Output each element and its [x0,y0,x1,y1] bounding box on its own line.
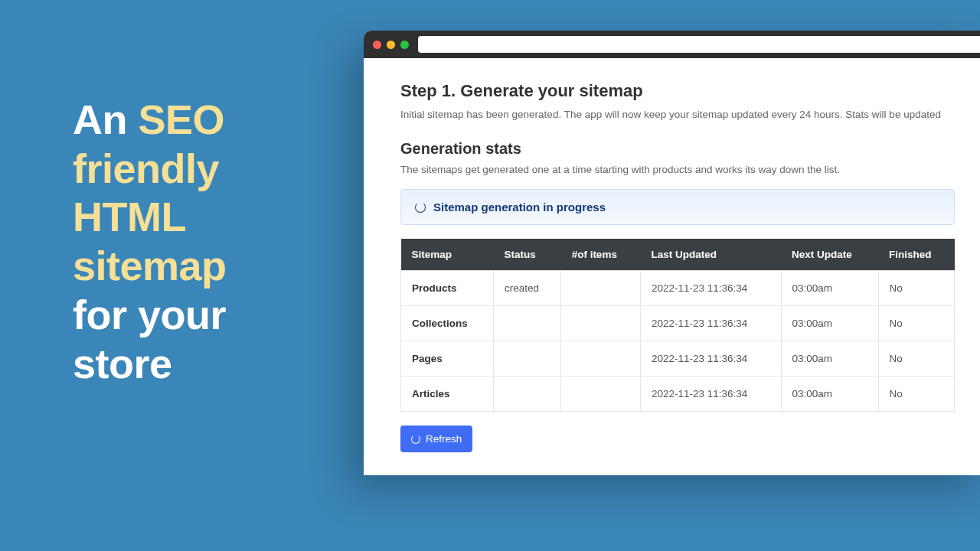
section-description: The sitemaps get generated one at a time… [400,164,955,175]
stats-table: Sitemap Status #of items Last Updated Ne… [400,239,955,412]
cell-name: Products [401,271,494,306]
cell-name: Collections [401,306,494,341]
cell-status [494,306,561,341]
col-status: Status [494,239,561,271]
cell-next-update: 03:00am [781,377,878,412]
cell-last-updated: 2022-11-23 11:36:34 [640,271,781,306]
refresh-button[interactable]: Refresh [400,425,472,452]
window-title-bar [364,31,980,58]
cell-last-updated: 2022-11-23 11:36:34 [640,377,781,412]
cell-items [561,271,641,306]
col-items: #of items [561,239,641,271]
cell-status [494,341,561,377]
hero-word-store: store [73,340,227,389]
cell-finished: No [878,377,954,412]
section-title: Generation stats [400,140,955,158]
window-controls [373,41,409,49]
hero-headline: An SEO friendly HTML sitemap for your st… [73,96,227,388]
refresh-icon [411,435,420,444]
cell-finished: No [878,341,954,377]
col-last-updated: Last Updated [640,239,781,271]
cell-items [561,377,641,412]
cell-last-updated: 2022-11-23 11:36:34 [640,341,781,377]
cell-finished: No [878,271,954,306]
spinner-icon [415,202,426,213]
url-bar[interactable] [418,36,980,53]
col-next-update: Next Update [781,239,878,271]
table-row: Pages 2022-11-23 11:36:34 03:00am No [401,341,955,377]
browser-window: Step 1. Generate your sitemap Initial si… [364,31,980,475]
step-title: Step 1. Generate your sitemap [400,81,955,101]
cell-last-updated: 2022-11-23 11:36:34 [640,306,781,341]
table-row: Products created 2022-11-23 11:36:34 03:… [401,271,955,306]
progress-banner: Sitemap generation in progress [400,189,955,225]
step-description: Initial sitemap has been generated. The … [400,109,955,120]
refresh-label: Refresh [426,433,462,445]
hero-word-friendly: friendly [73,145,227,194]
col-finished: Finished [878,239,954,271]
table-row: Collections 2022-11-23 11:36:34 03:00am … [401,306,955,341]
page-content: Step 1. Generate your sitemap Initial si… [364,58,980,475]
maximize-icon[interactable] [400,41,409,49]
progress-label: Sitemap generation in progress [433,201,606,214]
cell-next-update: 03:00am [781,271,878,306]
cell-name: Articles [401,377,494,412]
cell-status: created [494,271,561,306]
cell-items [561,341,641,377]
hero-word-for-your: for your [73,291,227,340]
table-row: Articles 2022-11-23 11:36:34 03:00am No [401,377,955,412]
cell-status [494,377,561,412]
cell-name: Pages [401,341,494,377]
col-sitemap: Sitemap [401,239,494,271]
minimize-icon[interactable] [387,41,395,49]
cell-next-update: 03:00am [781,306,878,341]
hero-word-an: An [73,96,139,142]
hero-word-sitemap: sitemap [73,242,227,291]
cell-next-update: 03:00am [781,341,878,377]
cell-finished: No [878,306,954,341]
cell-items [561,306,641,341]
hero-word-html: HTML [73,193,227,242]
hero-word-seo: SEO [139,96,225,142]
close-icon[interactable] [373,41,381,49]
